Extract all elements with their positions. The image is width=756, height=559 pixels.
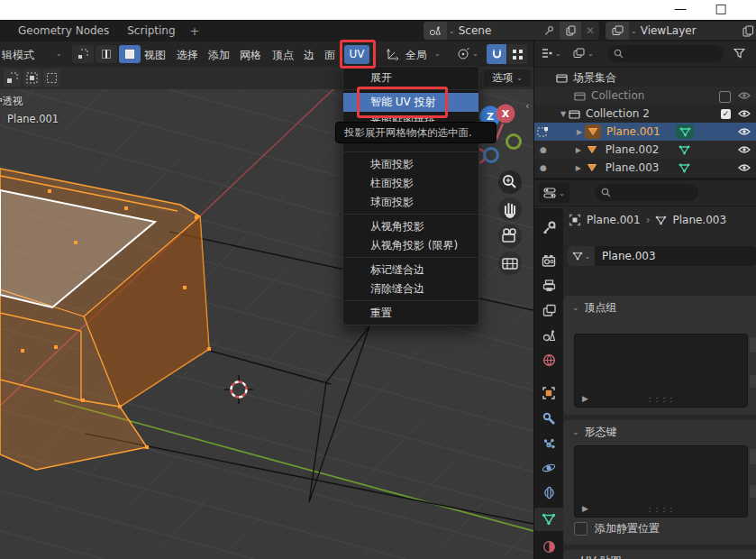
pivot-point-icon[interactable] <box>456 47 470 61</box>
eye-icon[interactable] <box>738 109 751 118</box>
tab-modifiers[interactable] <box>534 407 563 430</box>
tab-physics[interactable] <box>534 456 563 480</box>
tab-view-layer[interactable] <box>534 298 563 322</box>
editor-divider-horizontal[interactable] <box>534 178 756 180</box>
menu-view[interactable]: 视图 <box>144 48 166 63</box>
menu-mesh[interactable]: 网格 <box>240 48 261 63</box>
menu-item-reset[interactable]: 重置 <box>343 304 478 323</box>
viewlayer-selector[interactable]: ⌄ ViewLayer <box>606 22 756 40</box>
expand-icon[interactable]: ▶ <box>582 504 588 513</box>
outliner-row-plane-001[interactable]: ▶ Plane.001 <box>534 123 756 141</box>
maximize-button[interactable]: □ <box>712 1 730 15</box>
vertex-groups-list[interactable]: ▶ : : : : <box>574 334 748 408</box>
tab-output[interactable] <box>534 274 563 298</box>
properties-search-input[interactable] <box>595 184 698 201</box>
uv-maps-panel[interactable]: › UV 贴图 <box>563 550 756 559</box>
tab-constraints[interactable] <box>534 481 563 504</box>
filter-type-icon[interactable] <box>573 48 585 59</box>
eye-icon[interactable] <box>738 127 751 136</box>
workspace-tab-geometry-nodes[interactable]: Geometry Nodes <box>9 20 118 41</box>
menu-item-unwrap[interactable]: 展开 <box>343 69 478 87</box>
add-vertex-group-button[interactable] <box>750 337 756 353</box>
chevron-down-icon: ⌄ <box>434 50 441 58</box>
orientation-dropdown[interactable]: 全局 <box>405 48 427 63</box>
breadcrumb-object[interactable]: Plane.001 <box>587 214 641 226</box>
add-workspace-button[interactable]: + <box>185 24 205 38</box>
outliner-row-plane-002[interactable]: ● ▶ Plane.002 <box>534 141 756 159</box>
eye-icon[interactable] <box>738 91 751 100</box>
outliner-row-plane-003[interactable]: ● ▶ Plane.003 <box>534 159 756 177</box>
editor-type-dropdown[interactable]: ⌄ <box>539 183 569 203</box>
mesh-object-icon <box>585 124 601 139</box>
menu-item-cube-projection[interactable]: 块面投影 <box>343 155 478 174</box>
viewlayer-icon <box>606 22 629 40</box>
tab-object-data[interactable] <box>534 508 563 531</box>
filter-funnel-icon[interactable] <box>733 48 745 59</box>
vertex-select-button[interactable] <box>72 45 94 63</box>
tab-world[interactable] <box>534 348 563 371</box>
menu-item-smart-uv-project[interactable]: 智能 UV 投射 <box>343 93 478 112</box>
exclude-checkbox[interactable]: ✓ <box>721 109 731 119</box>
rest-position-checkbox[interactable] <box>574 522 587 536</box>
eye-icon[interactable] <box>738 163 751 172</box>
pin-icon[interactable] <box>544 25 554 36</box>
menu-item-project-from-view[interactable]: 从视角投影 <box>343 217 478 236</box>
scene-selector[interactable]: ⌄ Scene ✕ <box>424 22 599 40</box>
new-viewlayer-icon[interactable] <box>742 25 754 37</box>
tab-particles[interactable] <box>534 432 563 455</box>
add-shape-key-button[interactable] <box>750 449 756 464</box>
shape-key-specials-button[interactable] <box>750 485 756 498</box>
select-mode-new-button[interactable] <box>4 69 21 87</box>
tab-render[interactable] <box>534 249 563 272</box>
shape-keys-list[interactable]: ▶ : : : : <box>574 445 748 518</box>
resize-grip[interactable]: : : : : <box>649 505 674 514</box>
menu-vertex[interactable]: 顶点 <box>272 48 294 63</box>
menu-item-mark-seam[interactable]: 标记缝合边 <box>343 261 478 280</box>
menu-uv[interactable]: UV <box>344 45 369 64</box>
camera-view-button <box>498 225 522 248</box>
menu-item-cylinder-projection[interactable]: 柱面投影 <box>343 174 478 193</box>
chevron-down-icon: ⌄ <box>56 50 62 58</box>
face-select-button[interactable] <box>119 45 141 63</box>
tab-material[interactable] <box>534 535 563 558</box>
menu-select[interactable]: 选择 <box>177 48 198 63</box>
tab-object[interactable] <box>534 381 563 405</box>
select-mode-subtract-button[interactable] <box>43 69 60 87</box>
menu-item-sphere-projection[interactable]: 球面投影 <box>343 193 478 212</box>
display-mode-icon[interactable] <box>541 48 553 60</box>
menu-face[interactable]: 面 <box>324 48 335 63</box>
vertex-groups-header[interactable]: ⌄ 顶点组 <box>563 296 756 319</box>
topbar: Geometry Nodes Scripting + ⌄ Scene ✕ ⌄ V… <box>0 20 756 41</box>
resize-grip[interactable]: : : : : <box>649 395 674 404</box>
outliner-row-collection-2[interactable]: ▼ Collection 2 ✓ <box>534 105 756 123</box>
eye-icon[interactable] <box>738 145 751 154</box>
snap-elements-button[interactable] <box>507 44 527 64</box>
menu-add[interactable]: 添加 <box>208 48 230 63</box>
edit-mode-icon <box>537 126 549 137</box>
select-mode-extend-button[interactable] <box>23 69 41 87</box>
mesh-name-field[interactable]: ⌄ Plane.003 <box>568 246 756 266</box>
outliner-row-collection[interactable]: Collection <box>534 87 756 105</box>
new-scene-icon[interactable] <box>560 22 581 40</box>
vertex-group-specials-button[interactable] <box>750 375 756 388</box>
breadcrumb-data[interactable]: Plane.003 <box>672 214 726 226</box>
outliner-row-scene-collection[interactable]: 场景集合 <box>534 69 756 87</box>
tab-scene[interactable] <box>534 324 563 347</box>
menu-item-clear-seam[interactable]: 清除缝合边 <box>343 280 478 298</box>
menu-item-project-from-view-bounds[interactable]: 从视角投影 (限界) <box>343 236 478 255</box>
minimize-button[interactable]: — <box>671 1 689 15</box>
breadcrumb: Plane.001 › Plane.003 <box>569 214 726 226</box>
shape-keys-header[interactable]: ⌄ 形态键 <box>563 420 756 444</box>
edge-select-button[interactable] <box>96 45 117 63</box>
editor-divider-vertical[interactable] <box>533 41 534 559</box>
mode-dropdown[interactable]: 辑模式 <box>2 48 34 63</box>
expand-icon[interactable]: ▶ <box>582 394 588 403</box>
outliner-search-input[interactable] <box>607 45 724 62</box>
tab-tool[interactable] <box>534 215 563 239</box>
snap-magnet-button[interactable] <box>487 44 506 64</box>
workspace-tab-scripting[interactable]: Scripting <box>118 20 184 41</box>
mesh-data-icon <box>676 124 694 139</box>
menu-edge[interactable]: 边 <box>304 48 314 63</box>
options-dropdown[interactable]: 选项⌄ <box>484 69 531 87</box>
exclude-checkbox[interactable] <box>719 91 731 103</box>
